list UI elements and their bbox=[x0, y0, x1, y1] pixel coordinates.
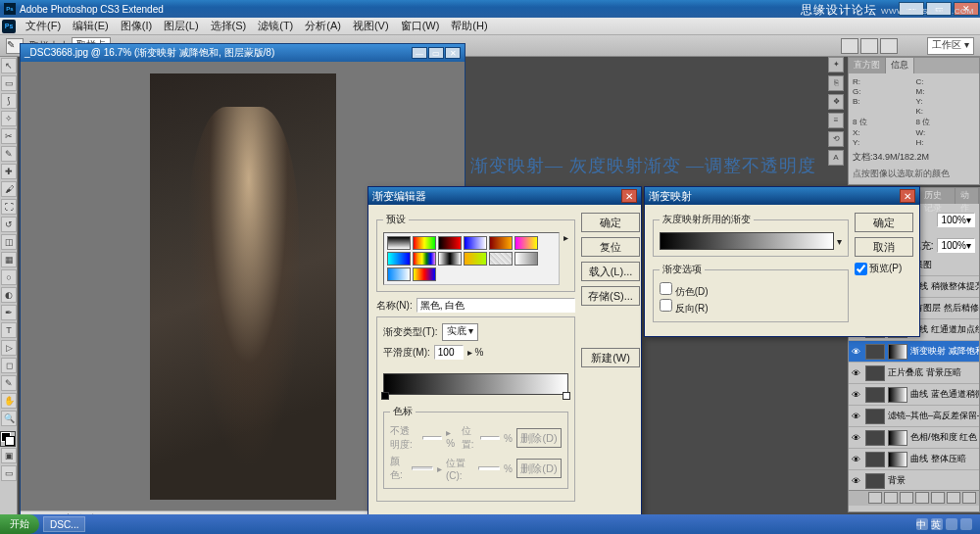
eraser-tool[interactable]: ◫ bbox=[1, 234, 17, 250]
menu-file[interactable]: 文件(F) bbox=[20, 19, 67, 33]
gradient-map-titlebar[interactable]: 渐变映射 ✕ bbox=[645, 187, 919, 205]
menu-layer[interactable]: 图层(L) bbox=[158, 19, 204, 33]
visibility-icon[interactable]: 👁 bbox=[849, 347, 862, 357]
document-titlebar[interactable]: _DSC3668.jpg @ 16.7% (渐变映射 减降饱和, 图层蒙版/8)… bbox=[21, 44, 465, 62]
gradient-dropdown-icon[interactable]: ▾ bbox=[837, 236, 842, 247]
delete-color-stop[interactable]: 删除(D) bbox=[516, 459, 562, 478]
doc-close-button[interactable]: ✕ bbox=[445, 47, 461, 59]
stamp-tool[interactable]: ⛶ bbox=[1, 199, 17, 215]
start-button[interactable]: 开始 bbox=[0, 514, 39, 534]
visibility-icon[interactable]: 👁 bbox=[849, 368, 862, 378]
gm-cancel-button[interactable]: 取消 bbox=[855, 237, 913, 257]
move-tool[interactable]: ↖ bbox=[1, 58, 17, 73]
ge-load-button[interactable]: 载入(L)... bbox=[581, 262, 640, 281]
visibility-icon[interactable]: 👁 bbox=[849, 476, 862, 486]
history-icon[interactable]: ⟲ bbox=[828, 131, 844, 147]
group-icon[interactable] bbox=[931, 492, 945, 504]
smoothness-input[interactable] bbox=[434, 345, 464, 360]
ime-en[interactable]: 英 bbox=[931, 518, 943, 530]
tab-info[interactable]: 信息 bbox=[886, 58, 914, 73]
history-brush-tool[interactable]: ↺ bbox=[1, 217, 17, 232]
fill-input[interactable]: 100%▾ bbox=[937, 238, 975, 253]
menu-window[interactable]: 窗口(W) bbox=[395, 19, 446, 33]
stop-black[interactable] bbox=[381, 392, 389, 400]
fx-icon[interactable] bbox=[884, 492, 898, 504]
layer-row[interactable]: 👁背景 bbox=[849, 470, 979, 490]
gradient-presets[interactable] bbox=[383, 232, 560, 285]
blur-tool[interactable]: ○ bbox=[1, 269, 17, 285]
menu-filter[interactable]: 滤镜(T) bbox=[252, 19, 299, 33]
mask-icon[interactable] bbox=[900, 492, 913, 504]
screenmode-toggle[interactable]: ▭ bbox=[1, 465, 17, 481]
background-color[interactable] bbox=[5, 436, 15, 446]
ge-ok-button[interactable]: 确定 bbox=[581, 213, 640, 232]
screen-mode-c[interactable] bbox=[880, 38, 898, 54]
navigator-icon[interactable]: ✦ bbox=[828, 57, 844, 73]
layer-row[interactable]: 👁曲线 整体压暗 bbox=[849, 449, 979, 470]
delete-opacity-stop[interactable]: 删除(D) bbox=[516, 428, 562, 448]
menu-help[interactable]: 帮助(H) bbox=[445, 19, 493, 33]
stop-white[interactable] bbox=[563, 392, 570, 400]
notes-tool[interactable]: ✎ bbox=[1, 375, 17, 391]
doc-min-button[interactable]: — bbox=[412, 47, 427, 59]
gradient-type-select[interactable]: 实底 ▾ bbox=[442, 323, 479, 341]
dodge-tool[interactable]: ◐ bbox=[1, 287, 17, 303]
eyedropper-tool[interactable]: ✎ bbox=[1, 146, 17, 162]
layer-row[interactable]: 👁渐变映射 减降饱和 bbox=[849, 341, 979, 363]
link-icon[interactable] bbox=[868, 492, 882, 504]
taskbar-item-1[interactable]: DSC... bbox=[43, 516, 85, 532]
reverse-checkbox[interactable]: 反向(R) bbox=[660, 299, 842, 316]
doc-max-button[interactable]: ▭ bbox=[428, 47, 444, 59]
hand-tool[interactable]: ✋ bbox=[1, 393, 17, 409]
brush-tool[interactable]: 🖌 bbox=[1, 181, 17, 197]
tab-history[interactable]: 历史记录 bbox=[919, 188, 956, 204]
gradient-name-input[interactable] bbox=[416, 298, 575, 313]
gm-ok-button[interactable]: 确定 bbox=[855, 213, 913, 232]
ge-save-button[interactable]: 存储(S)... bbox=[581, 286, 640, 306]
dither-checkbox[interactable]: 仿色(D) bbox=[660, 282, 842, 299]
layer-row[interactable]: 👁曲线 蓝色通道稍微... bbox=[849, 384, 979, 406]
ge-cancel-button[interactable]: 复位 bbox=[581, 237, 640, 257]
crop-tool[interactable]: ✂ bbox=[1, 128, 17, 144]
marquee-tool[interactable]: ▭ bbox=[1, 75, 17, 91]
menu-view[interactable]: 视图(V) bbox=[347, 19, 395, 33]
styles-icon[interactable]: ≡ bbox=[828, 113, 844, 128]
screen-mode-a[interactable] bbox=[841, 38, 858, 54]
pen-tool[interactable]: ✒ bbox=[1, 305, 17, 320]
visibility-icon[interactable]: 👁 bbox=[849, 412, 862, 421]
quickmask-toggle[interactable]: ▣ bbox=[1, 448, 17, 463]
workspace-select[interactable]: 工作区 ▾ bbox=[927, 37, 974, 55]
gradient-tool[interactable]: ▦ bbox=[1, 252, 17, 267]
character-icon[interactable]: A bbox=[828, 150, 844, 166]
ime-cn[interactable]: 中 bbox=[916, 518, 928, 530]
swatches-icon[interactable]: ❖ bbox=[828, 94, 844, 110]
tray-icon[interactable] bbox=[946, 518, 957, 530]
tab-histogram[interactable]: 直方图 bbox=[849, 58, 886, 73]
visibility-icon[interactable]: 👁 bbox=[849, 455, 862, 464]
zoom-tool[interactable]: 🔍 bbox=[1, 411, 17, 426]
opacity-input[interactable]: 100%▾ bbox=[937, 213, 975, 227]
color-swatches[interactable] bbox=[0, 431, 16, 447]
new-layer-icon[interactable] bbox=[947, 492, 960, 504]
heal-tool[interactable]: ✚ bbox=[1, 164, 17, 179]
type-tool[interactable]: T bbox=[1, 322, 17, 338]
shape-tool[interactable]: ◻ bbox=[1, 358, 17, 373]
menu-select[interactable]: 选择(S) bbox=[205, 19, 253, 33]
wand-tool[interactable]: ✧ bbox=[1, 111, 17, 126]
menu-analysis[interactable]: 分析(A) bbox=[299, 19, 347, 33]
adjustment-icon[interactable] bbox=[915, 492, 929, 504]
lasso-tool[interactable]: ⟆ bbox=[1, 93, 17, 109]
menu-edit[interactable]: 编辑(E) bbox=[67, 19, 115, 33]
tray-icon-2[interactable] bbox=[960, 518, 972, 530]
trash-icon[interactable] bbox=[962, 492, 976, 504]
gradient-ramp[interactable] bbox=[383, 373, 568, 395]
layer-row[interactable]: 👁正片叠底 背景压暗 bbox=[849, 363, 979, 384]
screen-mode-b[interactable] bbox=[860, 38, 878, 54]
gradient-map-preview-strip[interactable] bbox=[660, 232, 834, 250]
layer-row[interactable]: 👁色相/饱和度 红色 bbox=[849, 427, 979, 449]
tab-actions[interactable]: 动作 bbox=[956, 188, 979, 204]
ge-new-button[interactable]: 新建(W) bbox=[581, 348, 640, 367]
menu-image[interactable]: 图像(I) bbox=[115, 19, 158, 33]
gradient-editor-close[interactable]: ✕ bbox=[621, 189, 637, 203]
gradient-map-close[interactable]: ✕ bbox=[900, 189, 915, 203]
